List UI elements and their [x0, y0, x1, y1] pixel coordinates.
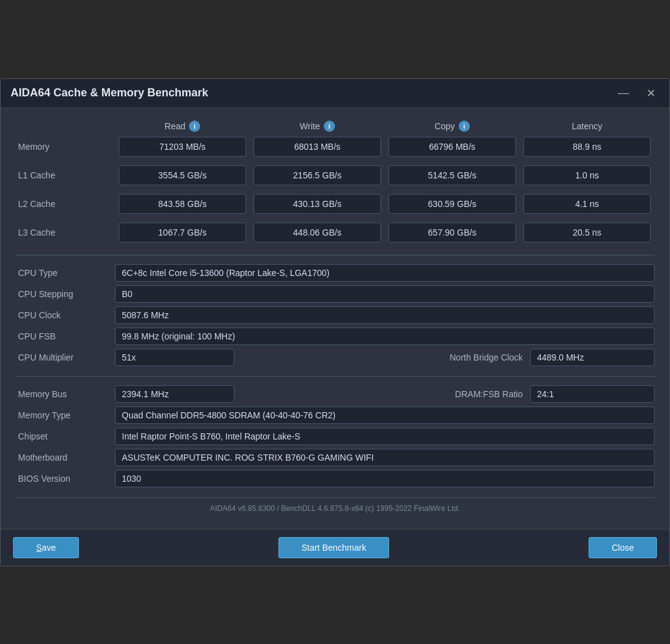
- minimize-button[interactable]: —: [614, 85, 633, 101]
- l3-copy: 657.90 GB/s: [388, 223, 516, 242]
- write-info-icon[interactable]: i: [324, 121, 335, 132]
- l1-read: 3554.5 GB/s: [119, 165, 246, 185]
- motherboard-row: Motherboard ASUSTeK COMPUTER INC. ROG ST…: [16, 448, 654, 467]
- title-bar: AIDA64 Cache & Memory Benchmark — ✕: [1, 79, 669, 108]
- l2-latency: 4.1 ns: [523, 194, 651, 214]
- memory-bus-row: Memory Bus 2394.1 MHz DRAM:FSB Ratio 24:…: [16, 384, 654, 404]
- l1-cache-label: L1 Cache: [16, 170, 115, 180]
- bench-header-copy: Copy i: [385, 121, 520, 132]
- cpu-clock-value: 5087.6 MHz: [115, 306, 654, 324]
- l2-read: 843.58 GB/s: [119, 194, 246, 214]
- bench-header-row: Read i Write i Copy i Latency: [16, 121, 654, 132]
- cpu-clock-row: CPU Clock 5087.6 MHz: [16, 305, 654, 325]
- l3-cache-label: L3 Cache: [16, 228, 115, 237]
- cpu-stepping-value: B0: [115, 285, 654, 303]
- save-button[interactable]: Save: [13, 537, 79, 558]
- cpu-fsb-row: CPU FSB 99.8 MHz (original: 100 MHz): [16, 326, 654, 346]
- l1-copy: 5142.5 GB/s: [388, 165, 516, 185]
- divider-2: [16, 376, 654, 377]
- cpu-stepping-row: CPU Stepping B0: [16, 284, 654, 304]
- memory-latency: 88.9 ns: [523, 137, 651, 157]
- bios-label: BIOS Version: [16, 474, 115, 484]
- l2-write: 430.13 GB/s: [254, 194, 381, 214]
- bench-header-write: Write i: [250, 121, 385, 132]
- bench-header-empty: [16, 121, 115, 132]
- mem-bus-label: Memory Bus: [16, 389, 115, 399]
- divider-1: [16, 255, 654, 255]
- read-info-icon[interactable]: i: [189, 121, 200, 132]
- close-window-button[interactable]: ✕: [643, 85, 659, 101]
- chipset-value: Intel Raptor Point-S B760, Intel Raptor …: [115, 428, 654, 445]
- mem-type-row: Memory Type Quad Channel DDR5-4800 SDRAM…: [16, 405, 654, 425]
- north-bridge-value: 4489.0 MHz: [530, 349, 654, 366]
- motherboard-label: Motherboard: [16, 453, 115, 462]
- cpu-type-row: CPU Type 6C+8c Intel Core i5-13600 (Rapt…: [16, 263, 654, 283]
- bios-row: BIOS Version 1030: [16, 469, 654, 489]
- bottom-bar: Save Start Benchmark Close: [1, 529, 669, 566]
- memory-info-section: Memory Bus 2394.1 MHz DRAM:FSB Ratio 24:…: [16, 384, 654, 489]
- window-title: AIDA64 Cache & Memory Benchmark: [11, 86, 208, 99]
- memory-copy: 66796 MB/s: [388, 137, 516, 157]
- bios-value: 1030: [115, 470, 654, 487]
- l2-cache-label: L2 Cache: [16, 199, 115, 209]
- l2-cache-row: L2 Cache 843.58 GB/s 430.13 GB/s 630.59 …: [16, 194, 654, 214]
- cpu-multiplier-row: CPU Multiplier 51x North Bridge Clock 44…: [16, 347, 654, 367]
- dram-fsb-label: DRAM:FSB Ratio: [239, 389, 530, 399]
- l3-read: 1067.7 GB/s: [119, 223, 246, 242]
- bench-header-read: Read i: [115, 121, 250, 132]
- benchmark-table: Read i Write i Copy i Latency Memory 712…: [16, 121, 654, 242]
- main-content: Read i Write i Copy i Latency Memory 712…: [1, 108, 669, 529]
- memory-row: Memory 71203 MB/s 68013 MB/s 66796 MB/s …: [16, 137, 654, 157]
- cpu-type-value: 6C+8c Intel Core i5-13600 (Raptor Lake-S…: [115, 264, 654, 282]
- l1-cache-row: L1 Cache 3554.5 GB/s 2156.5 GB/s 5142.5 …: [16, 165, 654, 185]
- l3-latency: 20.5 ns: [523, 223, 651, 242]
- l1-write: 2156.5 GB/s: [254, 165, 381, 185]
- cpu-fsb-value: 99.8 MHz (original: 100 MHz): [115, 328, 654, 345]
- window-controls: — ✕: [614, 85, 659, 101]
- copy-info-icon[interactable]: i: [459, 121, 470, 132]
- close-button[interactable]: Close: [589, 537, 657, 558]
- cpu-fsb-label: CPU FSB: [16, 331, 115, 341]
- start-benchmark-button[interactable]: Start Benchmark: [278, 537, 389, 558]
- dram-fsb-value: 24:1: [530, 385, 654, 403]
- cpu-clock-label: CPU Clock: [16, 310, 115, 320]
- l3-cache-row: L3 Cache 1067.7 GB/s 448.06 GB/s 657.90 …: [16, 223, 654, 242]
- l1-latency: 1.0 ns: [523, 165, 651, 185]
- memory-read: 71203 MB/s: [119, 137, 246, 157]
- cpu-type-label: CPU Type: [16, 268, 115, 278]
- l3-write: 448.06 GB/s: [254, 223, 381, 242]
- cpu-stepping-label: CPU Stepping: [16, 289, 115, 299]
- main-window: AIDA64 Cache & Memory Benchmark — ✕ Read…: [0, 78, 670, 566]
- mem-bus-value: 2394.1 MHz: [115, 385, 234, 403]
- cpu-info-section: CPU Type 6C+8c Intel Core i5-13600 (Rapt…: [16, 263, 654, 367]
- chipset-label: Chipset: [16, 431, 115, 441]
- mem-type-value: Quad Channel DDR5-4800 SDRAM (40-40-40-7…: [115, 407, 654, 424]
- cpu-multiplier-value: 51x: [115, 349, 234, 366]
- memory-label: Memory: [16, 142, 115, 152]
- cpu-multiplier-label: CPU Multiplier: [16, 352, 115, 362]
- north-bridge-label: North Bridge Clock: [239, 352, 530, 362]
- mem-type-label: Memory Type: [16, 410, 115, 420]
- motherboard-value: ASUSTeK COMPUTER INC. ROG STRIX B760-G G…: [115, 449, 654, 466]
- memory-write: 68013 MB/s: [254, 137, 381, 157]
- l2-copy: 630.59 GB/s: [388, 194, 516, 214]
- bench-header-latency: Latency: [520, 121, 654, 132]
- footer-text: AIDA64 v6.85.6300 / BenchDLL 4.6.875.8-x…: [16, 497, 654, 517]
- chipset-row: Chipset Intel Raptor Point-S B760, Intel…: [16, 426, 654, 446]
